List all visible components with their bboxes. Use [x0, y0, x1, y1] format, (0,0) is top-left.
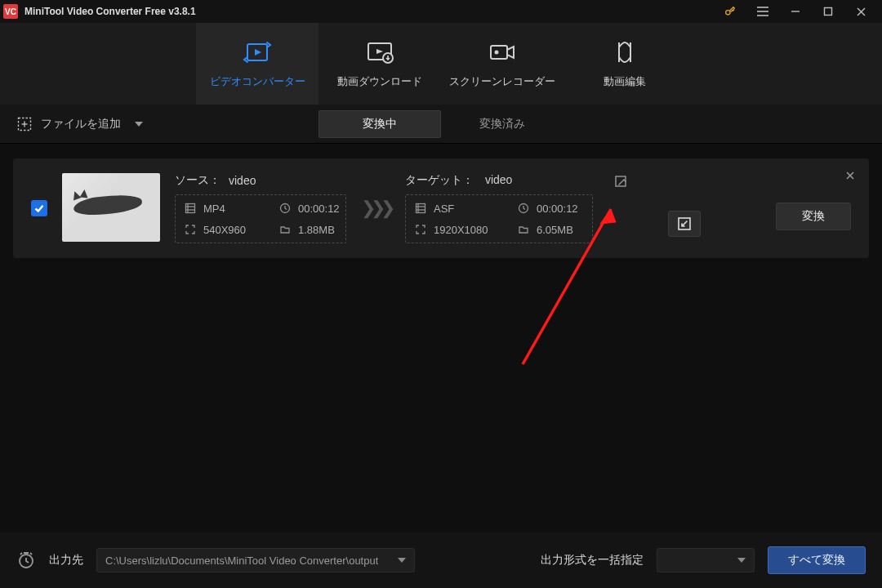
- convert-all-label: すべて変換: [788, 553, 845, 568]
- conversion-card: ソース： video MP4 00:00:12 540X960: [13, 158, 869, 258]
- source-block: ソース： video MP4 00:00:12 540X960: [175, 173, 346, 243]
- svg-marker-36: [398, 558, 406, 563]
- svg-rect-13: [491, 46, 507, 59]
- target-format: ASF: [414, 202, 512, 215]
- svg-marker-9: [255, 49, 261, 56]
- source-duration: 00:00:12: [278, 202, 368, 215]
- tab-recorder[interactable]: スクリーンレコーダー: [441, 23, 564, 105]
- menu-icon[interactable]: [746, 0, 779, 23]
- source-size-value: 1.88MB: [298, 224, 335, 236]
- target-label: ターゲット：: [405, 173, 474, 186]
- target-format-value: ASF: [434, 203, 454, 215]
- recorder-icon: [488, 38, 517, 66]
- segment-converting[interactable]: 変換中: [318, 110, 441, 138]
- edit-target-icon[interactable]: [614, 175, 627, 188]
- toolbar: ファイルを追加 変換中 変換済み: [0, 105, 882, 144]
- output-path-value: C:\Users\lizlu\Documents\MiniTool Video …: [105, 555, 378, 567]
- add-file-icon: [16, 116, 33, 132]
- tab-converter-label: ビデオコンバーター: [210, 74, 305, 89]
- add-files-label: ファイルを追加: [41, 117, 121, 131]
- source-duration-value: 00:00:12: [298, 203, 340, 215]
- video-thumbnail[interactable]: [62, 173, 160, 242]
- svg-rect-19: [186, 204, 195, 213]
- arrow-icon: ❯❯❯: [361, 198, 390, 219]
- source-format-value: MP4: [203, 203, 225, 215]
- convert-button[interactable]: 変換: [776, 203, 851, 230]
- output-format-label: 出力形式を一括指定: [541, 553, 644, 568]
- tab-editor-label: 動画編集: [604, 74, 646, 89]
- minimize-icon[interactable]: [779, 0, 812, 23]
- maximize-icon[interactable]: [812, 0, 844, 23]
- target-size-value: 6.05MB: [537, 224, 573, 236]
- clock-icon: [278, 202, 292, 215]
- svg-marker-37: [737, 558, 746, 563]
- source-resolution-value: 540X960: [203, 224, 246, 236]
- convert-all-button[interactable]: すべて変換: [768, 546, 866, 574]
- add-files-dropdown-icon[interactable]: [134, 120, 144, 128]
- svg-rect-24: [416, 204, 425, 213]
- output-format-dropdown[interactable]: [657, 548, 755, 572]
- svg-rect-29: [616, 176, 626, 186]
- svg-point-0: [726, 11, 730, 15]
- chevron-down-icon: [398, 557, 406, 564]
- source-size: 1.88MB: [278, 223, 368, 236]
- source-format: MP4: [184, 202, 274, 215]
- titlebar: VC MiniTool Video Converter Free v3.8.1: [0, 0, 882, 23]
- tab-recorder-label: スクリーンレコーダー: [449, 74, 555, 89]
- target-size: 6.05MB: [517, 223, 607, 236]
- app-logo: VC: [3, 4, 18, 19]
- editor-icon: [612, 38, 637, 66]
- main-tabs: ビデオコンバーター 動画ダウンロード スクリーンレコーダー 動画編集: [0, 23, 882, 105]
- format-icon: [184, 202, 197, 215]
- segment-converted-label: 変換済み: [479, 117, 525, 131]
- content-area: ソース： video MP4 00:00:12 540X960: [0, 144, 882, 532]
- tab-editor[interactable]: 動画編集: [564, 23, 686, 105]
- filesize-icon: [278, 223, 292, 236]
- source-label: ソース：: [175, 173, 220, 188]
- filesize-icon: [517, 223, 530, 236]
- converter-icon: [243, 38, 272, 66]
- target-duration-value: 00:00:12: [537, 203, 578, 215]
- download-icon: [365, 38, 394, 66]
- clock-icon: [517, 202, 530, 215]
- format-icon: [414, 202, 427, 215]
- tab-download-label: 動画ダウンロード: [337, 74, 422, 89]
- resolution-icon: [414, 223, 427, 236]
- target-settings-button[interactable]: [668, 211, 701, 237]
- app-title: MiniTool Video Converter Free v3.8.1: [24, 6, 196, 17]
- target-resolution: 1920X1080: [414, 223, 512, 236]
- target-block: ターゲット： video ASF 00:00:12 192: [405, 173, 593, 243]
- footer: 出力先 C:\Users\lizlu\Documents\MiniTool Vi…: [0, 532, 882, 588]
- chevron-down-icon: [737, 557, 746, 564]
- resolution-icon: [184, 223, 197, 236]
- output-label: 出力先: [49, 553, 83, 568]
- clock-outline-icon[interactable]: [16, 550, 36, 570]
- convert-button-label: 変換: [802, 209, 825, 224]
- tab-download[interactable]: 動画ダウンロード: [318, 23, 441, 105]
- segment-converting-label: 変換中: [363, 117, 397, 131]
- svg-marker-11: [376, 49, 383, 54]
- svg-marker-18: [135, 122, 143, 127]
- svg-rect-5: [825, 8, 832, 16]
- target-name: video: [485, 173, 512, 186]
- output-path-dropdown[interactable]: C:\Users\lizlu\Documents\MiniTool Video …: [96, 548, 415, 572]
- segment-converted[interactable]: 変換済み: [441, 110, 564, 138]
- close-icon[interactable]: [844, 0, 877, 23]
- target-resolution-value: 1920X1080: [434, 224, 488, 236]
- target-duration: 00:00:12: [517, 202, 607, 215]
- source-resolution: 540X960: [184, 223, 274, 236]
- svg-point-14: [495, 51, 499, 55]
- select-checkbox[interactable]: [31, 200, 47, 216]
- tab-converter[interactable]: ビデオコンバーター: [196, 23, 318, 105]
- remove-card-icon[interactable]: [844, 170, 856, 181]
- add-files-button[interactable]: ファイルを追加: [10, 111, 150, 137]
- upgrade-icon[interactable]: [714, 0, 746, 23]
- source-name: video: [229, 174, 256, 187]
